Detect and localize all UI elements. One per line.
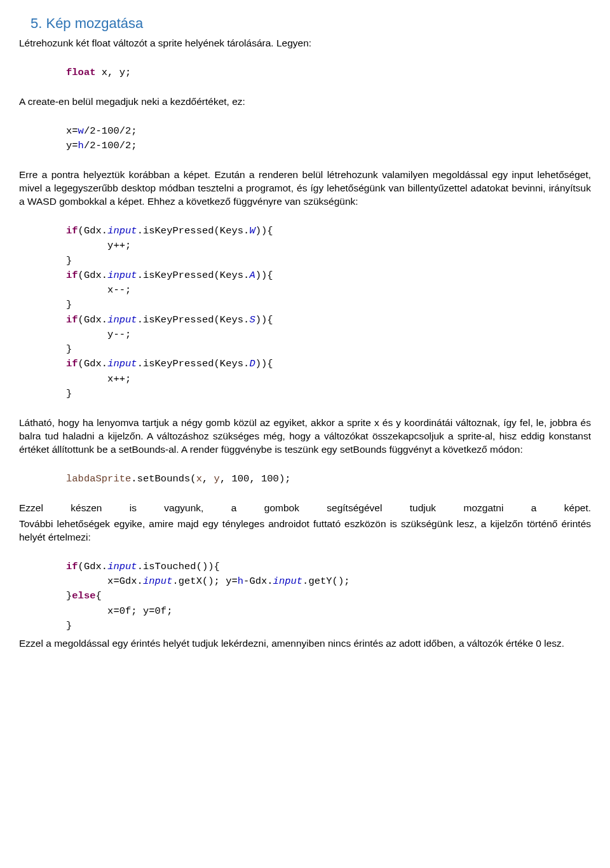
code-constant: S	[249, 314, 255, 326]
code-text: }	[66, 299, 72, 310]
code-text: y++;	[66, 240, 131, 251]
code-keyword: if	[66, 358, 78, 369]
paragraph-5a: Ezzel készen is vagyunk, a gombok segíts…	[19, 502, 591, 515]
code-keyword: else	[72, 590, 95, 602]
code-text: }	[66, 255, 72, 266]
code-field: input	[273, 575, 303, 587]
code-field: h	[78, 140, 84, 151]
code-text: -Gdx.	[243, 575, 273, 587]
code-block-3: if(Gdx.input.isKeyPressed(Keys.W)){ y++;…	[66, 224, 591, 401]
code-text: }	[66, 620, 72, 631]
code-text: }	[66, 343, 72, 355]
code-text: .isKeyPressed(Keys.	[137, 270, 250, 281]
code-text: x=	[66, 125, 78, 137]
code-text: ,	[202, 473, 214, 485]
code-field: input	[143, 575, 173, 587]
code-constant: D	[249, 358, 255, 369]
code-text: .getY();	[302, 575, 349, 587]
code-text: x++;	[66, 373, 131, 385]
code-field: input	[107, 314, 137, 326]
code-text: }	[66, 590, 72, 602]
code-constant: A	[249, 270, 255, 281]
code-text: y--;	[66, 329, 131, 340]
code-text: x=0f; y=0f;	[66, 605, 172, 617]
code-text: .isKeyPressed(Keys.	[137, 314, 250, 326]
code-field: input	[107, 358, 137, 369]
code-text: y=	[66, 140, 78, 151]
paragraph-4: Látható, hogy ha lenyomva tartjuk a négy…	[19, 417, 591, 457]
code-text: (Gdx.	[78, 314, 108, 326]
code-text: , 100, 100);	[220, 473, 291, 485]
code-text: x--;	[66, 284, 131, 296]
code-field: w	[78, 125, 84, 137]
code-keyword: if	[66, 561, 78, 572]
code-keyword: if	[66, 270, 78, 281]
code-field: input	[107, 225, 137, 237]
section-heading: 5. Kép mozgatása	[30, 14, 591, 33]
code-field: input	[107, 270, 137, 281]
code-keyword: float	[66, 67, 96, 78]
code-text: x, y;	[96, 67, 132, 78]
code-text: {	[96, 590, 102, 602]
code-block-4: labdaSprite.setBounds(x, y, 100, 100);	[66, 472, 591, 486]
code-variable: labdaSprite	[66, 473, 131, 485]
code-field: input	[107, 561, 137, 572]
code-text: (Gdx.	[78, 358, 108, 369]
code-text: x=Gdx.	[66, 575, 143, 587]
code-constant: W	[249, 225, 255, 237]
code-block-1: float x, y;	[66, 65, 591, 80]
code-text: .getX(); y=	[172, 575, 237, 587]
code-text: (Gdx.	[78, 270, 108, 281]
code-field: h	[238, 575, 243, 587]
code-text: /2-100/2;	[84, 140, 137, 151]
code-text: /2-100/2;	[84, 125, 137, 137]
code-block-5: if(Gdx.input.isTouched()){ x=Gdx.input.g…	[66, 560, 591, 633]
code-text: .setBounds(	[131, 473, 196, 485]
paragraph-5b: További lehetőségek egyike, amire majd e…	[19, 518, 591, 544]
code-text: )){	[255, 314, 273, 326]
code-text: )){	[255, 225, 273, 237]
paragraph-1: Létrehozunk két float változót a sprite …	[19, 37, 591, 50]
code-text: .isKeyPressed(Keys.	[137, 358, 250, 369]
code-variable: y	[214, 473, 220, 485]
paragraph-6: Ezzel a megoldással egy érintés helyét t…	[19, 637, 591, 651]
code-text: )){	[255, 358, 273, 369]
code-text: )){	[255, 270, 273, 281]
code-block-2: x=w/2-100/2; y=h/2-100/2;	[66, 124, 591, 154]
paragraph-2: A create-en belül megadjuk neki a kezdőé…	[19, 95, 591, 109]
code-keyword: if	[66, 314, 78, 326]
code-text: (Gdx.	[78, 561, 108, 572]
code-text: .isTouched()){	[137, 561, 220, 572]
code-keyword: if	[66, 225, 78, 237]
code-text: .isKeyPressed(Keys.	[137, 225, 250, 237]
code-variable: x	[196, 473, 202, 485]
paragraph-3: Erre a pontra helyeztük korábban a képet…	[19, 169, 591, 209]
code-text: }	[66, 388, 72, 399]
code-text: (Gdx.	[78, 225, 108, 237]
